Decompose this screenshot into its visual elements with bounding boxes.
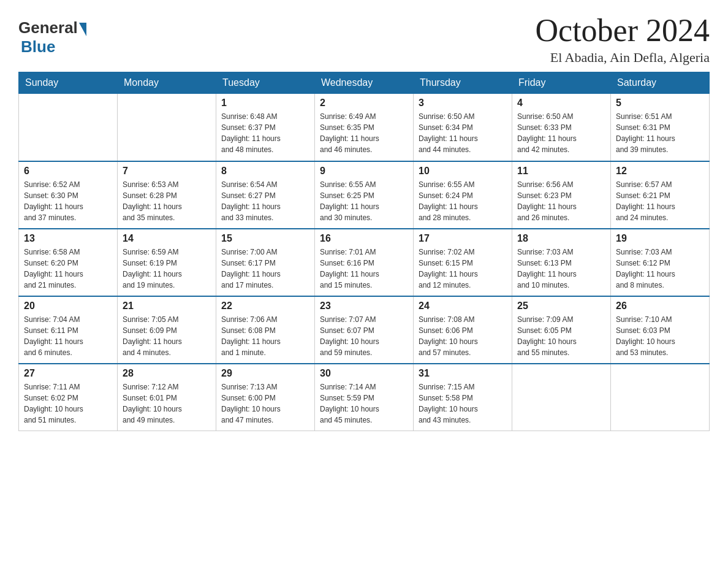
day-cell-0-6: 5Sunrise: 6:51 AM Sunset: 6:31 PM Daylig… <box>611 94 710 161</box>
day-cell-1-5: 11Sunrise: 6:56 AM Sunset: 6:23 PM Dayli… <box>512 161 611 229</box>
day-info: Sunrise: 6:51 AM Sunset: 6:31 PM Dayligh… <box>616 111 704 155</box>
day-info: Sunrise: 6:58 AM Sunset: 6:20 PM Dayligh… <box>24 247 112 291</box>
day-cell-0-5: 4Sunrise: 6:50 AM Sunset: 6:33 PM Daylig… <box>512 94 611 161</box>
day-number: 17 <box>419 233 507 244</box>
day-number: 7 <box>123 166 211 177</box>
day-info: Sunrise: 6:56 AM Sunset: 6:23 PM Dayligh… <box>517 179 605 223</box>
day-number: 5 <box>616 98 704 109</box>
day-number: 6 <box>24 166 112 177</box>
day-number: 13 <box>24 233 112 244</box>
day-cell-4-0: 27Sunrise: 7:11 AM Sunset: 6:02 PM Dayli… <box>19 364 118 431</box>
day-cell-0-3: 2Sunrise: 6:49 AM Sunset: 6:35 PM Daylig… <box>315 94 414 161</box>
calendar-table: Sunday Monday Tuesday Wednesday Thursday… <box>18 72 710 431</box>
day-cell-4-5 <box>512 364 611 431</box>
day-cell-1-0: 6Sunrise: 6:52 AM Sunset: 6:30 PM Daylig… <box>19 161 118 229</box>
day-number: 31 <box>419 368 507 379</box>
day-cell-2-5: 18Sunrise: 7:03 AM Sunset: 6:13 PM Dayli… <box>512 229 611 296</box>
day-number: 24 <box>419 301 507 312</box>
header-wednesday: Wednesday <box>315 72 414 94</box>
day-number: 12 <box>616 166 704 177</box>
day-cell-3-6: 26Sunrise: 7:10 AM Sunset: 6:03 PM Dayli… <box>611 296 710 364</box>
weekday-header-row: Sunday Monday Tuesday Wednesday Thursday… <box>19 72 710 94</box>
day-info: Sunrise: 6:50 AM Sunset: 6:34 PM Dayligh… <box>419 111 507 155</box>
day-number: 8 <box>221 166 309 177</box>
day-info: Sunrise: 7:11 AM Sunset: 6:02 PM Dayligh… <box>24 381 112 426</box>
day-number: 19 <box>616 233 704 244</box>
day-info: Sunrise: 7:15 AM Sunset: 5:58 PM Dayligh… <box>419 381 507 426</box>
day-cell-2-6: 19Sunrise: 7:03 AM Sunset: 6:12 PM Dayli… <box>611 229 710 296</box>
day-number: 4 <box>517 98 605 109</box>
day-cell-0-2: 1Sunrise: 6:48 AM Sunset: 6:37 PM Daylig… <box>216 94 315 161</box>
day-info: Sunrise: 7:03 AM Sunset: 6:13 PM Dayligh… <box>517 247 605 291</box>
day-number: 27 <box>24 368 112 379</box>
header-sunday: Sunday <box>19 72 118 94</box>
logo: General Blue <box>18 18 86 56</box>
day-info: Sunrise: 7:04 AM Sunset: 6:11 PM Dayligh… <box>24 314 112 358</box>
header-thursday: Thursday <box>414 72 512 94</box>
day-info: Sunrise: 7:14 AM Sunset: 5:59 PM Dayligh… <box>320 381 408 426</box>
day-number: 26 <box>616 301 704 312</box>
title-area: October 2024 El Abadia, Ain Defla, Alger… <box>536 12 710 66</box>
day-number: 16 <box>320 233 408 244</box>
day-number: 10 <box>419 166 507 177</box>
logo-wordmark: General Blue <box>18 18 86 56</box>
day-info: Sunrise: 6:49 AM Sunset: 6:35 PM Dayligh… <box>320 111 408 155</box>
day-info: Sunrise: 7:13 AM Sunset: 6:00 PM Dayligh… <box>221 381 309 426</box>
week-row-5: 27Sunrise: 7:11 AM Sunset: 6:02 PM Dayli… <box>19 364 710 431</box>
day-cell-3-4: 24Sunrise: 7:08 AM Sunset: 6:06 PM Dayli… <box>414 296 512 364</box>
day-info: Sunrise: 6:52 AM Sunset: 6:30 PM Dayligh… <box>24 179 112 223</box>
day-cell-1-1: 7Sunrise: 6:53 AM Sunset: 6:28 PM Daylig… <box>118 161 216 229</box>
day-cell-3-5: 25Sunrise: 7:09 AM Sunset: 6:05 PM Dayli… <box>512 296 611 364</box>
day-cell-4-6 <box>611 364 710 431</box>
day-number: 29 <box>221 368 309 379</box>
day-cell-1-6: 12Sunrise: 6:57 AM Sunset: 6:21 PM Dayli… <box>611 161 710 229</box>
day-cell-1-2: 8Sunrise: 6:54 AM Sunset: 6:27 PM Daylig… <box>216 161 315 229</box>
day-info: Sunrise: 6:55 AM Sunset: 6:25 PM Dayligh… <box>320 179 408 223</box>
week-row-4: 20Sunrise: 7:04 AM Sunset: 6:11 PM Dayli… <box>19 296 710 364</box>
day-number: 14 <box>123 233 211 244</box>
day-number: 15 <box>221 233 309 244</box>
header-friday: Friday <box>512 72 611 94</box>
day-info: Sunrise: 6:57 AM Sunset: 6:21 PM Dayligh… <box>616 179 704 223</box>
day-info: Sunrise: 6:53 AM Sunset: 6:28 PM Dayligh… <box>123 179 211 223</box>
day-cell-0-0 <box>19 94 118 161</box>
day-cell-2-3: 16Sunrise: 7:01 AM Sunset: 6:16 PM Dayli… <box>315 229 414 296</box>
day-cell-3-2: 22Sunrise: 7:06 AM Sunset: 6:08 PM Dayli… <box>216 296 315 364</box>
day-info: Sunrise: 7:03 AM Sunset: 6:12 PM Dayligh… <box>616 247 704 291</box>
day-number: 22 <box>221 301 309 312</box>
logo-triangle-icon <box>79 23 86 36</box>
day-number: 18 <box>517 233 605 244</box>
day-info: Sunrise: 7:10 AM Sunset: 6:03 PM Dayligh… <box>616 314 704 358</box>
day-info: Sunrise: 7:07 AM Sunset: 6:07 PM Dayligh… <box>320 314 408 358</box>
day-cell-1-3: 9Sunrise: 6:55 AM Sunset: 6:25 PM Daylig… <box>315 161 414 229</box>
day-info: Sunrise: 7:09 AM Sunset: 6:05 PM Dayligh… <box>517 314 605 358</box>
day-number: 23 <box>320 301 408 312</box>
day-cell-3-3: 23Sunrise: 7:07 AM Sunset: 6:07 PM Dayli… <box>315 296 414 364</box>
week-row-3: 13Sunrise: 6:58 AM Sunset: 6:20 PM Dayli… <box>19 229 710 296</box>
day-info: Sunrise: 6:50 AM Sunset: 6:33 PM Dayligh… <box>517 111 605 155</box>
day-cell-3-0: 20Sunrise: 7:04 AM Sunset: 6:11 PM Dayli… <box>19 296 118 364</box>
day-cell-2-2: 15Sunrise: 7:00 AM Sunset: 6:17 PM Dayli… <box>216 229 315 296</box>
week-row-1: 1Sunrise: 6:48 AM Sunset: 6:37 PM Daylig… <box>19 94 710 161</box>
day-number: 28 <box>123 368 211 379</box>
day-info: Sunrise: 6:55 AM Sunset: 6:24 PM Dayligh… <box>419 179 507 223</box>
header-tuesday: Tuesday <box>216 72 315 94</box>
day-info: Sunrise: 7:06 AM Sunset: 6:08 PM Dayligh… <box>221 314 309 358</box>
day-info: Sunrise: 7:08 AM Sunset: 6:06 PM Dayligh… <box>419 314 507 358</box>
day-cell-0-4: 3Sunrise: 6:50 AM Sunset: 6:34 PM Daylig… <box>414 94 512 161</box>
day-number: 25 <box>517 301 605 312</box>
day-info: Sunrise: 7:01 AM Sunset: 6:16 PM Dayligh… <box>320 247 408 291</box>
day-cell-2-4: 17Sunrise: 7:02 AM Sunset: 6:15 PM Dayli… <box>414 229 512 296</box>
day-info: Sunrise: 7:02 AM Sunset: 6:15 PM Dayligh… <box>419 247 507 291</box>
logo-general: General <box>18 18 78 37</box>
day-info: Sunrise: 6:48 AM Sunset: 6:37 PM Dayligh… <box>221 111 309 155</box>
day-cell-2-0: 13Sunrise: 6:58 AM Sunset: 6:20 PM Dayli… <box>19 229 118 296</box>
day-number: 2 <box>320 98 408 109</box>
calendar-title: October 2024 <box>536 12 710 48</box>
day-cell-4-1: 28Sunrise: 7:12 AM Sunset: 6:01 PM Dayli… <box>118 364 216 431</box>
calendar-subtitle: El Abadia, Ain Defla, Algeria <box>536 50 710 66</box>
day-cell-4-3: 30Sunrise: 7:14 AM Sunset: 5:59 PM Dayli… <box>315 364 414 431</box>
header-monday: Monday <box>118 72 216 94</box>
page-header: General Blue October 2024 El Abadia, Ain… <box>18 12 710 66</box>
day-cell-3-1: 21Sunrise: 7:05 AM Sunset: 6:09 PM Dayli… <box>118 296 216 364</box>
